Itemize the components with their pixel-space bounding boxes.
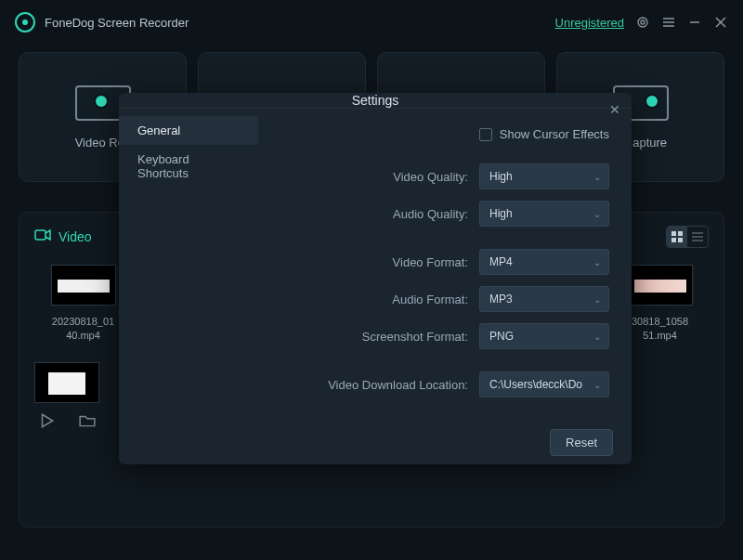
- unregistered-link[interactable]: Unregistered: [555, 16, 624, 30]
- select-audio-format[interactable]: MP3⌄: [479, 286, 609, 312]
- show-cursor-checkbox[interactable]: Show Cursor Effects: [479, 127, 609, 141]
- recording-label: 20230818_01 40.mp4: [52, 315, 114, 344]
- reset-button[interactable]: Reset: [550, 429, 613, 456]
- modal-close-icon[interactable]: ✕: [609, 102, 620, 117]
- svg-rect-8: [35, 230, 46, 240]
- chevron-down-icon: ⌄: [593, 257, 601, 267]
- library-title: Video: [59, 229, 92, 244]
- app-logo: [15, 12, 35, 33]
- list-view-icon[interactable]: [687, 227, 708, 247]
- tab-general[interactable]: General: [119, 116, 258, 145]
- svg-rect-9: [671, 231, 676, 236]
- svg-point-0: [638, 18, 647, 27]
- chevron-down-icon: ⌄: [593, 294, 601, 305]
- modal-title: Settings: [352, 93, 399, 108]
- settings-modal: Settings ✕ General Keyboard Shortcuts Sh…: [119, 93, 632, 464]
- view-toggle: [666, 226, 709, 248]
- minimize-icon[interactable]: [687, 15, 702, 30]
- select-audio-quality[interactable]: High⌄: [479, 201, 609, 227]
- select-screenshot-format[interactable]: PNG⌄: [479, 323, 609, 349]
- select-download-location[interactable]: C:\Users\decck\Do⌄: [479, 371, 609, 397]
- select-video-quality[interactable]: High⌄: [479, 163, 609, 189]
- svg-rect-12: [678, 238, 683, 242]
- label-video-format: Video Format:: [393, 255, 468, 269]
- settings-sidebar: General Keyboard Shortcuts: [119, 109, 258, 420]
- grid-view-icon[interactable]: [667, 227, 687, 247]
- recording-label: 30818_1058 51.mp4: [632, 315, 688, 344]
- recording-item[interactable]: 20230818_01 40.mp4: [34, 265, 132, 344]
- settings-gear-icon[interactable]: [635, 15, 650, 30]
- recording-item[interactable]: [34, 362, 99, 403]
- svg-rect-10: [678, 231, 683, 236]
- folder-icon[interactable]: [79, 412, 96, 429]
- svg-rect-11: [671, 238, 676, 242]
- chevron-down-icon: ⌄: [593, 209, 601, 219]
- camera-icon: [34, 228, 51, 245]
- app-title: FoneDog Screen Recorder: [45, 16, 189, 30]
- chevron-down-icon: ⌄: [593, 172, 601, 182]
- checkbox-icon: [479, 128, 492, 141]
- titlebar: FoneDog Screen Recorder Unregistered: [0, 0, 743, 45]
- svg-marker-16: [43, 414, 53, 427]
- label-download-location: Video Download Location:: [328, 378, 468, 392]
- svg-point-1: [641, 20, 645, 24]
- chevron-down-icon: ⌄: [593, 380, 601, 390]
- chevron-down-icon: ⌄: [593, 332, 601, 342]
- label-audio-quality: Audio Quality:: [393, 207, 468, 221]
- play-icon[interactable]: [38, 412, 55, 429]
- close-icon[interactable]: [713, 15, 728, 30]
- select-video-format[interactable]: MP4⌄: [479, 249, 609, 275]
- menu-icon[interactable]: [661, 15, 676, 30]
- label-screenshot-format: Screenshot Format:: [362, 330, 468, 344]
- label-video-quality: Video Quality:: [393, 170, 468, 184]
- tab-shortcuts[interactable]: Keyboard Shortcuts: [119, 145, 258, 188]
- checkbox-label: Show Cursor Effects: [500, 127, 609, 141]
- label-audio-format: Audio Format:: [392, 293, 468, 306]
